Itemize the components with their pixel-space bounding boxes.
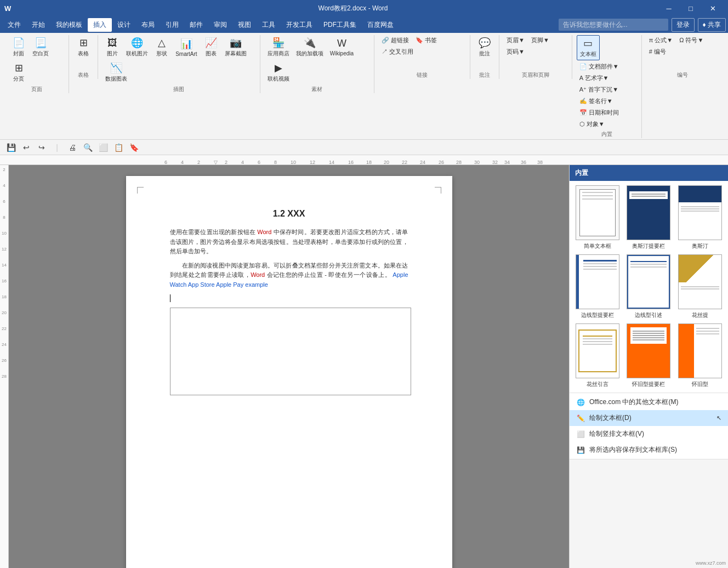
- ribbon-btn-comment[interactable]: 💬 批注: [475, 35, 494, 59]
- ribbon-btn-signature[interactable]: ✍ 签名行▼: [577, 96, 622, 106]
- qat-print[interactable]: 🖨: [66, 141, 79, 154]
- ribbon-btn-number[interactable]: # 编号: [646, 47, 669, 57]
- ribbon-btn-hyperlink[interactable]: 🔗 超链接: [379, 35, 412, 46]
- menu-mail[interactable]: 邮件: [184, 18, 208, 32]
- ribbon-btn-picture[interactable]: 🖼 图片: [103, 36, 122, 59]
- ribbon: 📄 封面 📃 空白页 ⊞ 分页 页面 ⊞ 表格 表格 🖼: [0, 33, 728, 140]
- ribbon-group-label-links: 链接: [417, 71, 428, 79]
- menu-tools[interactable]: 工具: [257, 18, 281, 32]
- ribbon-btn-smartart[interactable]: 📊 SmartArt: [173, 36, 200, 59]
- qat-bookmark2[interactable]: 🔖: [127, 141, 140, 154]
- tb-preview-austin: [627, 185, 670, 240]
- ribbon-btn-myaddin[interactable]: 🔌 我的加载项: [293, 35, 326, 59]
- panel-menu-save-selection[interactable]: 💾 将所选内容保存到文本框库(S): [570, 442, 728, 458]
- ribbon-btn-bookmark[interactable]: 🔖 书签: [413, 35, 440, 46]
- menu-reference[interactable]: 引用: [160, 18, 184, 32]
- tb-item-sideline2[interactable]: 边线型引述: [623, 252, 675, 321]
- share-button[interactable]: ♦ 共享: [698, 18, 726, 32]
- document-page[interactable]: 1.2 XXX 使用在需要位置出现的新按钮在 Word 中保存时间。若要更改图片…: [126, 176, 452, 568]
- tb-item-austin[interactable]: 奥斯汀提要栏: [623, 183, 675, 252]
- tb-label-austin: 奥斯汀提要栏: [632, 242, 665, 250]
- ribbon-btn-equation[interactable]: π 公式▼: [646, 35, 676, 46]
- menu-review[interactable]: 审阅: [208, 18, 232, 32]
- ribbon-btn-cover[interactable]: 📄 封面: [9, 35, 29, 59]
- tb-item-sideline[interactable]: 边线型提要栏: [572, 252, 623, 321]
- ribbon-btn-pagenumber[interactable]: 页码▼: [504, 47, 527, 57]
- ribbon-btn-footer[interactable]: 页脚▼: [528, 35, 552, 46]
- ribbon-btn-datetime[interactable]: 📅 日期和时间: [577, 107, 622, 118]
- qat-separator: |: [50, 141, 64, 154]
- tb-item-retro2[interactable]: 怀旧型: [674, 321, 726, 390]
- ribbon-btn-pagebreak[interactable]: ⊞ 分页: [9, 60, 29, 84]
- menu-pdf[interactable]: PDF工具集: [318, 18, 362, 32]
- myaddin-icon: 🔌: [304, 37, 316, 49]
- corner-mark-tl: [137, 187, 144, 194]
- ribbon-btn-chart[interactable]: 📈 图表: [201, 35, 221, 59]
- menu-start[interactable]: 开始: [26, 18, 50, 32]
- menu-design[interactable]: 设计: [112, 18, 136, 32]
- ribbon-btn-onlinevideo[interactable]: ▶ 联机视频: [265, 60, 292, 84]
- qat-preview[interactable]: 🔍: [81, 141, 94, 154]
- tb-item-retro[interactable]: 怀旧型提要栏: [623, 321, 675, 390]
- ribbon-btn-dataviz[interactable]: 📉 数据图表: [103, 60, 130, 84]
- tb-item-fancy2[interactable]: 花丝引言: [572, 321, 623, 390]
- ribbon-group-links: 🔗 超链接 🔖 书签 ↗ 交叉引用 链接: [374, 35, 470, 79]
- ribbon-btn-wordart[interactable]: A 艺术字▼: [577, 73, 622, 83]
- menu-view[interactable]: 视图: [232, 18, 257, 32]
- document-paragraph-2: 在新的阅读视图中阅读更加容易。可以折叠文档某些部分并关注所需文本。如果在达到结尾…: [170, 261, 408, 290]
- qat-save[interactable]: 💾: [4, 141, 18, 154]
- menu-mytemplate[interactable]: 我的模板: [50, 18, 88, 32]
- wikipedia-icon: W: [337, 38, 346, 49]
- tb-label-austin2: 奥斯汀: [692, 242, 708, 250]
- ribbon-btn-crossref[interactable]: ↗ 交叉引用: [379, 47, 416, 57]
- ribbon-btn-online-pic[interactable]: 🌐 联机图片: [123, 35, 151, 59]
- ribbon-btn-docparts[interactable]: 📄 文档部件▼: [577, 61, 622, 72]
- ribbon-btn-blank[interactable]: 📃 空白页: [30, 35, 52, 59]
- table-icon: ⊞: [79, 37, 88, 49]
- panel-menu-more-textboxes[interactable]: 🌐 Office.com 中的其他文本框(M): [570, 394, 728, 410]
- inline-link-applepay[interactable]: Apple Pay: [216, 281, 243, 288]
- tb-item-fancy[interactable]: 花丝提: [674, 252, 726, 321]
- ribbon-btn-dropcap[interactable]: A⁺ 首字下沉▼: [577, 84, 622, 95]
- menu-file[interactable]: 文件: [2, 18, 26, 32]
- tb-preview-sideline2: [627, 254, 670, 309]
- menu-developer[interactable]: 开发工具: [281, 18, 318, 32]
- panel-menu-draw-textbox[interactable]: ✏️ 绘制文本框(D) ↖: [570, 410, 728, 426]
- tb-preview-austin2: [678, 185, 722, 240]
- panel-menu-draw-vertical[interactable]: ⬜ 绘制竖排文本框(V): [570, 426, 728, 442]
- ribbon-btn-table[interactable]: ⊞ 表格: [73, 35, 93, 59]
- ribbon-btn-shape[interactable]: △ 形状: [152, 35, 172, 59]
- minimize-button[interactable]: ─: [658, 0, 680, 16]
- menu-baidu[interactable]: 百度网盘: [362, 18, 399, 32]
- ribbon-btn-textbox[interactable]: ▭ 文本框: [577, 35, 600, 60]
- ribbon-group-label-text: 内置: [601, 130, 612, 138]
- blank-page-icon: 📃: [35, 37, 47, 49]
- qat-undo[interactable]: ↩: [20, 141, 33, 154]
- ribbon-btn-wikipedia[interactable]: W Wikipedia: [327, 36, 356, 58]
- ribbon-btn-appstore[interactable]: 🏪 应用商店: [265, 35, 292, 59]
- search-input[interactable]: [559, 19, 668, 31]
- login-button[interactable]: 登录: [672, 18, 695, 32]
- menu-insert[interactable]: 插入: [88, 18, 112, 32]
- menu-layout[interactable]: 布局: [136, 18, 160, 32]
- inline-link-example[interactable]: example: [245, 281, 268, 288]
- document-area[interactable]: 1.2 XXX 使用在需要位置出现的新按钮在 Word 中保存时间。若要更改图片…: [9, 165, 569, 568]
- qat-redo[interactable]: ↪: [35, 141, 48, 154]
- ribbon-group-素材: 🏪 应用商店 🔌 我的加载项 W Wikipedia ▶ 联机视频 素材: [260, 35, 374, 93]
- main-area: 2 4 6 8 10 12 14 16 18 20 22 24 26 28 1.…: [0, 165, 728, 568]
- qat-clipboard[interactable]: 📋: [112, 141, 125, 154]
- restore-button[interactable]: □: [680, 0, 702, 16]
- tb-item-simple[interactable]: 简单文本框: [572, 183, 623, 252]
- document-textbox[interactable]: [170, 308, 411, 395]
- ribbon-btn-screenshot[interactable]: 📷 屏幕截图: [222, 35, 249, 59]
- ribbon-btn-symbol[interactable]: Ω 符号▼: [676, 35, 706, 46]
- close-button[interactable]: ✕: [702, 0, 724, 16]
- ribbon-btn-header[interactable]: 页眉▼: [504, 35, 527, 46]
- inline-link-appstore[interactable]: App Store: [188, 281, 215, 288]
- qat-format[interactable]: ⬜: [96, 141, 110, 154]
- textbox-gallery: 简单文本框 奥斯汀提要栏: [570, 181, 728, 393]
- tb-preview-sideline: [576, 254, 619, 309]
- tb-item-austin2[interactable]: 奥斯汀: [674, 183, 726, 252]
- ribbon-btn-object[interactable]: ⬡ 对象▼: [577, 119, 622, 129]
- ribbon-group-symbols: π 公式▼ Ω 符号▼ # 编号 编号: [642, 35, 724, 79]
